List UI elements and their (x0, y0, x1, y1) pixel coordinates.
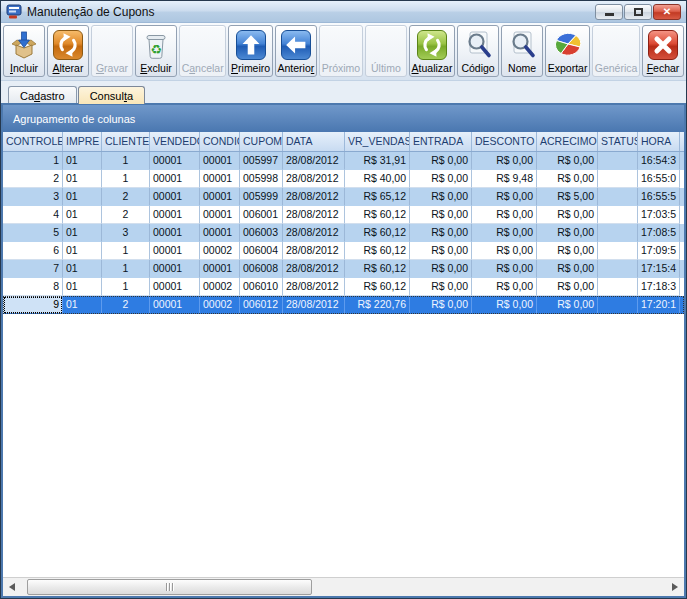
cell-status (598, 278, 638, 296)
box-add-icon (7, 28, 41, 62)
table-row[interactable]: 6011000010000200600428/08/2012R$ 60,12R$… (3, 242, 684, 260)
cell-cupom: 005997 (240, 152, 283, 170)
table-row[interactable]: 4012000010000100600128/08/2012R$ 60,12R$… (3, 206, 684, 224)
cell-vr-vendas: R$ 60,12 (345, 242, 410, 260)
primeiro-button[interactable]: Primeiro (228, 25, 272, 77)
cell-data: 28/08/2012 (283, 278, 345, 296)
column-header-cliente[interactable]: CLIENTE (102, 132, 150, 151)
column-header-impre[interactable]: IMPRE (63, 132, 102, 151)
column-header-entrada[interactable]: ENTRADA (410, 132, 472, 151)
cell-condic: 00002 (200, 242, 240, 260)
column-header-vendedo[interactable]: VENDEDO (150, 132, 200, 151)
cell-impre: 01 (63, 206, 102, 224)
incluir-button[interactable]: Incluir (3, 25, 45, 77)
cell-cupom: 006003 (240, 224, 283, 242)
grid-body[interactable]: 1011000010000100599728/08/2012R$ 31,91R$… (3, 152, 684, 577)
toolbar-button-label: Incluir (10, 62, 38, 75)
column-header-condic[interactable]: CONDIC (200, 132, 240, 151)
horizontal-scrollbar[interactable] (3, 577, 684, 596)
cell-condic: 00001 (200, 170, 240, 188)
toolbar: IncluirAlterarGravar♻ExcluirCancelarPrim… (1, 23, 686, 81)
cell-entrada: R$ 0,00 (410, 152, 472, 170)
toolbar-button-label: Alterar (53, 62, 84, 75)
cell-vendedo: 00001 (150, 170, 200, 188)
cell-impre: 01 (63, 152, 102, 170)
column-header-hora[interactable]: HORA (638, 132, 680, 151)
column-header-cupom[interactable]: CUPOM (240, 132, 283, 151)
cell-controle: 7 (3, 260, 63, 278)
table-row[interactable]: 2011000010000100599828/08/2012R$ 40,00R$… (3, 170, 684, 188)
cell-acrecimo: R$ 0,00 (537, 278, 598, 296)
cell-entrada: R$ 0,00 (410, 260, 472, 278)
cell-vr-vendas: R$ 31,91 (345, 152, 410, 170)
cell-impre: 01 (63, 296, 102, 314)
scrollbar-track[interactable] (21, 578, 666, 596)
minimize-button[interactable] (595, 4, 623, 20)
cell-acrecimo: R$ 0,00 (537, 152, 598, 170)
column-header-acrecimo[interactable]: ACRECIMO (537, 132, 598, 151)
arrow-up-blue-icon (234, 28, 268, 62)
nome-button[interactable]: Nome (501, 25, 543, 77)
column-header-status[interactable]: STATUS (598, 132, 638, 151)
cell-cliente: 1 (102, 278, 150, 296)
window-controls: ✕ (595, 4, 681, 20)
cell-controle: 1 (3, 152, 63, 170)
scrollbar-thumb[interactable] (27, 579, 312, 595)
cell-desconto: R$ 0,00 (472, 224, 537, 242)
cell-vendedo: 00001 (150, 188, 200, 206)
cell-hora: 17:20:1 (638, 296, 680, 314)
svg-text:♻: ♻ (150, 42, 162, 57)
refresh-green-icon (415, 28, 449, 62)
cell-desconto: R$ 0,00 (472, 278, 537, 296)
cell-impre: 01 (63, 278, 102, 296)
maximize-button[interactable] (624, 4, 652, 20)
maximize-icon (634, 8, 643, 16)
toolbar-button-label: Próximo (322, 62, 361, 75)
titlebar: Manutenção de Cupons ✕ (1, 1, 686, 23)
close-button[interactable]: ✕ (653, 4, 681, 20)
table-row[interactable]: 1011000010000100599728/08/2012R$ 31,91R$… (3, 152, 684, 170)
table-row[interactable]: 5013000010000100600328/08/2012R$ 60,12R$… (3, 224, 684, 242)
table-row[interactable]: 3012000010000100599928/08/2012R$ 65,12R$… (3, 188, 684, 206)
cell-impre: 01 (63, 188, 102, 206)
exportar-button[interactable]: Exportar (545, 25, 590, 77)
cancelar-button: Cancelar (179, 25, 226, 77)
toolbar-button-label: Fechar (647, 62, 680, 75)
codigo-button[interactable]: Código (457, 25, 499, 77)
window-title: Manutenção de Cupons (27, 5, 154, 19)
alterar-button[interactable]: Alterar (47, 25, 89, 77)
table-row[interactable]: 7011000010000100600828/08/2012R$ 60,12R$… (3, 260, 684, 278)
app-window: Manutenção de Cupons ✕ IncluirAlterarGra… (0, 0, 687, 599)
column-header-data[interactable]: DATA (283, 132, 345, 151)
cell-entrada: R$ 0,00 (410, 224, 472, 242)
cell-hora: 16:55:0 (638, 170, 680, 188)
cell-desconto: R$ 0,00 (472, 260, 537, 278)
column-header-desconto[interactable]: DESCONTO (472, 132, 537, 151)
column-header-controle[interactable]: CONTROLE (3, 132, 63, 151)
anterior-button[interactable]: Anterior (275, 25, 317, 77)
column-grouping-band[interactable]: Agrupamento de colunas (3, 105, 684, 132)
cell-cupom: 006010 (240, 278, 283, 296)
cell-status (598, 224, 638, 242)
table-row-selected[interactable]: 9012000010000200601228/08/2012R$ 220,76R… (3, 296, 684, 314)
tab-cadastro[interactable]: Cadastro (8, 86, 77, 104)
cell-data: 28/08/2012 (283, 188, 345, 206)
toolbar-button-label: Último (371, 62, 401, 75)
cell-impre: 01 (63, 170, 102, 188)
toolbar-button-label: Nome (508, 62, 536, 75)
scroll-right-button[interactable] (666, 578, 684, 596)
scroll-left-button[interactable] (3, 578, 21, 596)
tab-consulta[interactable]: Consulta (78, 86, 145, 104)
cell-vr-vendas: R$ 60,12 (345, 206, 410, 224)
column-header-vr-vendas[interactable]: VR_VENDAS (345, 132, 410, 151)
scroll-right-icon (672, 583, 678, 591)
atualizar-button[interactable]: Atualizar (409, 25, 455, 77)
cell-hora: 17:03:5 (638, 206, 680, 224)
fechar-button[interactable]: Fechar (642, 25, 684, 77)
grid-panel: Agrupamento de colunas CONTROLEIMPRECLIE… (1, 103, 686, 598)
cell-hora: 16:55:5 (638, 188, 680, 206)
recycle-bin-icon: ♻ (139, 28, 173, 62)
arrow-left-blue-icon (279, 28, 313, 62)
excluir-button[interactable]: ♻Excluir (135, 25, 177, 77)
table-row[interactable]: 8011000010000200601028/08/2012R$ 60,12R$… (3, 278, 684, 296)
